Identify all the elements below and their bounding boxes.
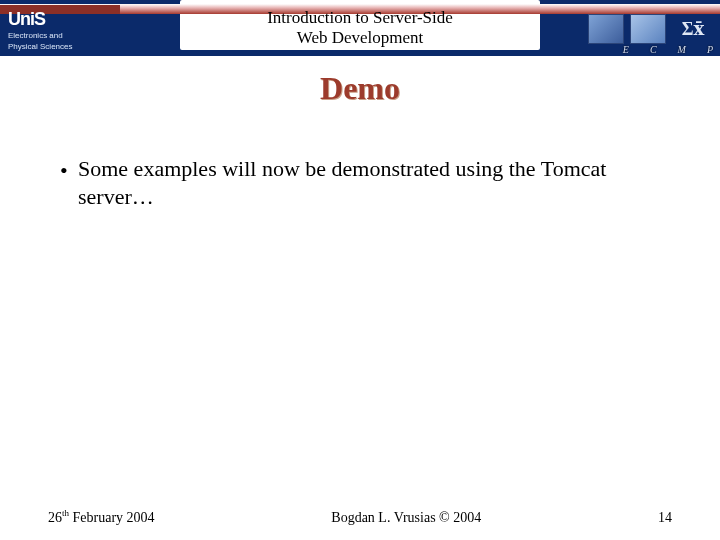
ecmp-letters: E C M P: [623, 44, 714, 55]
slide-footer: 26th February 2004 Bogdan L. Vrusias © 2…: [0, 508, 720, 526]
course-title-line1: Introduction to Server-Side: [267, 8, 453, 27]
slide-title: Demo: [0, 70, 720, 107]
course-title-line2: Web Development: [297, 28, 424, 47]
department-line-1: Electronics and: [8, 32, 72, 41]
ecmp-m: M: [678, 44, 687, 55]
header-decorative-images: Σx̄: [588, 14, 714, 44]
slide-header-band: UniS Electronics and Physical Sciences I…: [0, 0, 720, 56]
university-logo: UniS Electronics and Physical Sciences: [8, 10, 72, 51]
sigma-symbol: Σx̄: [682, 18, 705, 40]
university-shortname: UniS: [8, 10, 72, 30]
footer-date-rest: February 2004: [69, 510, 155, 525]
footer-page-number: 14: [658, 510, 672, 526]
bullet-marker-icon: •: [60, 155, 78, 185]
abstract-image-icon: [588, 14, 624, 44]
sigma-emblem-icon: Σx̄: [672, 14, 714, 44]
ecmp-c: C: [650, 44, 658, 55]
footer-date-suffix: th: [62, 508, 69, 518]
footer-date: 26th February 2004: [48, 508, 155, 526]
footer-date-day: 26: [48, 510, 62, 525]
ecmp-p: P: [707, 44, 714, 55]
department-line-2: Physical Sciences: [8, 43, 72, 52]
footer-author: Bogdan L. Vrusias © 2004: [155, 510, 658, 526]
dolphin-image-icon: [630, 14, 666, 44]
slide-body: • Some examples will now be demonstrated…: [0, 107, 720, 210]
course-title: Introduction to Server-Side Web Developm…: [267, 8, 453, 49]
bullet-text: Some examples will now be demonstrated u…: [78, 155, 660, 210]
ecmp-e: E: [623, 44, 630, 55]
bullet-item: • Some examples will now be demonstrated…: [60, 155, 660, 210]
